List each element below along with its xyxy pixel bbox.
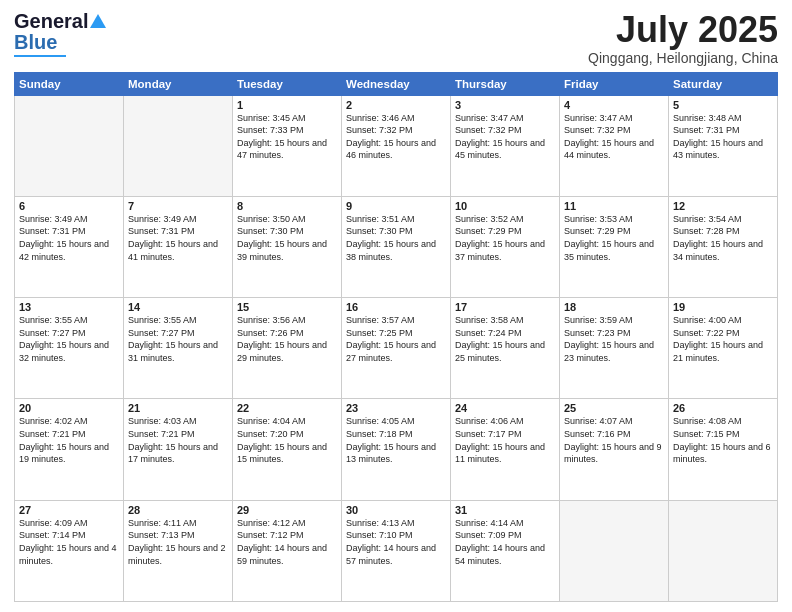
calendar-cell: 20Sunrise: 4:02 AM Sunset: 7:21 PM Dayli… [15,399,124,500]
cell-info: Sunrise: 3:53 AM Sunset: 7:29 PM Dayligh… [564,213,664,263]
calendar-cell: 7Sunrise: 3:49 AM Sunset: 7:31 PM Daylig… [124,196,233,297]
day-number: 24 [455,402,555,414]
calendar-table: SundayMondayTuesdayWednesdayThursdayFrid… [14,72,778,602]
cell-info: Sunrise: 3:47 AM Sunset: 7:32 PM Dayligh… [564,112,664,162]
calendar-cell [669,500,778,601]
calendar-week-row: 27Sunrise: 4:09 AM Sunset: 7:14 PM Dayli… [15,500,778,601]
calendar-cell: 23Sunrise: 4:05 AM Sunset: 7:18 PM Dayli… [342,399,451,500]
calendar-cell: 17Sunrise: 3:58 AM Sunset: 7:24 PM Dayli… [451,298,560,399]
day-number: 27 [19,504,119,516]
day-number: 9 [346,200,446,212]
day-number: 28 [128,504,228,516]
calendar-cell: 27Sunrise: 4:09 AM Sunset: 7:14 PM Dayli… [15,500,124,601]
day-number: 10 [455,200,555,212]
cell-info: Sunrise: 3:49 AM Sunset: 7:31 PM Dayligh… [128,213,228,263]
day-number: 8 [237,200,337,212]
calendar-cell [560,500,669,601]
day-number: 31 [455,504,555,516]
logo-general: General [14,10,88,33]
day-number: 15 [237,301,337,313]
cell-info: Sunrise: 3:55 AM Sunset: 7:27 PM Dayligh… [128,314,228,364]
calendar-cell: 9Sunrise: 3:51 AM Sunset: 7:30 PM Daylig… [342,196,451,297]
cell-info: Sunrise: 3:58 AM Sunset: 7:24 PM Dayligh… [455,314,555,364]
day-number: 22 [237,402,337,414]
cell-info: Sunrise: 3:46 AM Sunset: 7:32 PM Dayligh… [346,112,446,162]
day-number: 13 [19,301,119,313]
calendar-week-row: 20Sunrise: 4:02 AM Sunset: 7:21 PM Dayli… [15,399,778,500]
cell-info: Sunrise: 3:59 AM Sunset: 7:23 PM Dayligh… [564,314,664,364]
weekday-header: Friday [560,72,669,95]
calendar-cell: 28Sunrise: 4:11 AM Sunset: 7:13 PM Dayli… [124,500,233,601]
day-number: 17 [455,301,555,313]
cell-info: Sunrise: 4:04 AM Sunset: 7:20 PM Dayligh… [237,415,337,465]
calendar-week-row: 1Sunrise: 3:45 AM Sunset: 7:33 PM Daylig… [15,95,778,196]
cell-info: Sunrise: 3:50 AM Sunset: 7:30 PM Dayligh… [237,213,337,263]
calendar-cell: 25Sunrise: 4:07 AM Sunset: 7:16 PM Dayli… [560,399,669,500]
weekday-header-row: SundayMondayTuesdayWednesdayThursdayFrid… [15,72,778,95]
cell-info: Sunrise: 4:12 AM Sunset: 7:12 PM Dayligh… [237,517,337,567]
day-number: 6 [19,200,119,212]
cell-info: Sunrise: 3:45 AM Sunset: 7:33 PM Dayligh… [237,112,337,162]
day-number: 3 [455,99,555,111]
day-number: 16 [346,301,446,313]
location: Qinggang, Heilongjiang, China [588,50,778,66]
calendar-cell: 30Sunrise: 4:13 AM Sunset: 7:10 PM Dayli… [342,500,451,601]
day-number: 1 [237,99,337,111]
cell-info: Sunrise: 3:54 AM Sunset: 7:28 PM Dayligh… [673,213,773,263]
cell-info: Sunrise: 4:06 AM Sunset: 7:17 PM Dayligh… [455,415,555,465]
calendar-cell: 19Sunrise: 4:00 AM Sunset: 7:22 PM Dayli… [669,298,778,399]
calendar-cell: 21Sunrise: 4:03 AM Sunset: 7:21 PM Dayli… [124,399,233,500]
cell-info: Sunrise: 3:49 AM Sunset: 7:31 PM Dayligh… [19,213,119,263]
calendar-cell [124,95,233,196]
weekday-header: Thursday [451,72,560,95]
cell-info: Sunrise: 4:02 AM Sunset: 7:21 PM Dayligh… [19,415,119,465]
day-number: 23 [346,402,446,414]
logo: General Blue [14,10,107,57]
calendar-cell: 12Sunrise: 3:54 AM Sunset: 7:28 PM Dayli… [669,196,778,297]
logo-blue: Blue [14,31,57,54]
month-title: July 2025 [588,10,778,50]
calendar-cell: 26Sunrise: 4:08 AM Sunset: 7:15 PM Dayli… [669,399,778,500]
day-number: 20 [19,402,119,414]
calendar-cell: 14Sunrise: 3:55 AM Sunset: 7:27 PM Dayli… [124,298,233,399]
calendar-week-row: 6Sunrise: 3:49 AM Sunset: 7:31 PM Daylig… [15,196,778,297]
cell-info: Sunrise: 3:47 AM Sunset: 7:32 PM Dayligh… [455,112,555,162]
cell-info: Sunrise: 4:11 AM Sunset: 7:13 PM Dayligh… [128,517,228,567]
cell-info: Sunrise: 3:55 AM Sunset: 7:27 PM Dayligh… [19,314,119,364]
day-number: 21 [128,402,228,414]
page: General Blue July 2025 Qinggang, Heilong… [0,0,792,612]
cell-info: Sunrise: 4:13 AM Sunset: 7:10 PM Dayligh… [346,517,446,567]
cell-info: Sunrise: 3:52 AM Sunset: 7:29 PM Dayligh… [455,213,555,263]
calendar-cell: 3Sunrise: 3:47 AM Sunset: 7:32 PM Daylig… [451,95,560,196]
cell-info: Sunrise: 3:57 AM Sunset: 7:25 PM Dayligh… [346,314,446,364]
calendar-cell: 15Sunrise: 3:56 AM Sunset: 7:26 PM Dayli… [233,298,342,399]
calendar-cell: 5Sunrise: 3:48 AM Sunset: 7:31 PM Daylig… [669,95,778,196]
weekday-header: Tuesday [233,72,342,95]
weekday-header: Sunday [15,72,124,95]
calendar-cell: 24Sunrise: 4:06 AM Sunset: 7:17 PM Dayli… [451,399,560,500]
calendar-cell: 11Sunrise: 3:53 AM Sunset: 7:29 PM Dayli… [560,196,669,297]
header: General Blue July 2025 Qinggang, Heilong… [14,10,778,66]
cell-info: Sunrise: 3:51 AM Sunset: 7:30 PM Dayligh… [346,213,446,263]
calendar-cell: 10Sunrise: 3:52 AM Sunset: 7:29 PM Dayli… [451,196,560,297]
day-number: 30 [346,504,446,516]
cell-info: Sunrise: 4:14 AM Sunset: 7:09 PM Dayligh… [455,517,555,567]
day-number: 18 [564,301,664,313]
day-number: 7 [128,200,228,212]
logo-icon [89,12,107,30]
cell-info: Sunrise: 4:00 AM Sunset: 7:22 PM Dayligh… [673,314,773,364]
calendar-cell: 31Sunrise: 4:14 AM Sunset: 7:09 PM Dayli… [451,500,560,601]
calendar-cell: 22Sunrise: 4:04 AM Sunset: 7:20 PM Dayli… [233,399,342,500]
cell-info: Sunrise: 4:07 AM Sunset: 7:16 PM Dayligh… [564,415,664,465]
cell-info: Sunrise: 3:56 AM Sunset: 7:26 PM Dayligh… [237,314,337,364]
cell-info: Sunrise: 4:05 AM Sunset: 7:18 PM Dayligh… [346,415,446,465]
day-number: 25 [564,402,664,414]
day-number: 26 [673,402,773,414]
calendar-cell: 2Sunrise: 3:46 AM Sunset: 7:32 PM Daylig… [342,95,451,196]
calendar-cell: 29Sunrise: 4:12 AM Sunset: 7:12 PM Dayli… [233,500,342,601]
calendar-cell: 16Sunrise: 3:57 AM Sunset: 7:25 PM Dayli… [342,298,451,399]
weekday-header: Monday [124,72,233,95]
calendar-cell: 8Sunrise: 3:50 AM Sunset: 7:30 PM Daylig… [233,196,342,297]
cell-info: Sunrise: 4:09 AM Sunset: 7:14 PM Dayligh… [19,517,119,567]
day-number: 29 [237,504,337,516]
